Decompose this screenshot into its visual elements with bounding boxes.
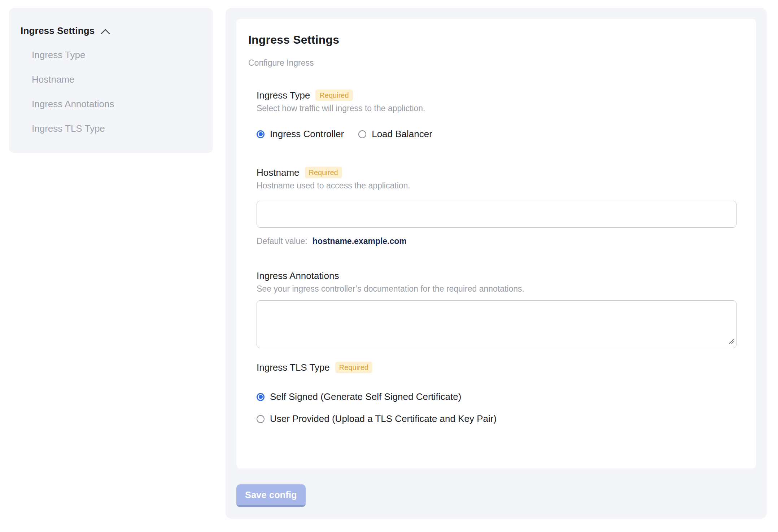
ingress-tls-type-label: Ingress TLS Type (257, 362, 330, 373)
page-subtitle: Configure Ingress (248, 58, 737, 68)
ingress-type-radio-group: Ingress Controller Load Balancer (257, 128, 737, 140)
radio-option-ingress-controller[interactable]: Ingress Controller (257, 128, 344, 140)
sidebar-item-ingress-type[interactable]: Ingress Type (32, 49, 203, 61)
radio-label: User Provided (Upload a TLS Certificate … (270, 413, 497, 424)
ingress-settings-card: Ingress Settings Configure Ingress Ingre… (236, 19, 756, 468)
settings-sidebar: Ingress Settings Ingress Type Hostname I… (9, 8, 213, 153)
radio-option-user-provided[interactable]: User Provided (Upload a TLS Certificate … (257, 413, 737, 424)
default-value-text: hostname.example.com (312, 236, 407, 246)
ingress-type-label: Ingress Type (257, 90, 310, 101)
sidebar-item-ingress-annotations[interactable]: Ingress Annotations (32, 99, 203, 110)
radio-button-icon[interactable] (257, 415, 265, 423)
chevron-up-icon[interactable] (100, 28, 110, 35)
sidebar-item-ingress-tls-type[interactable]: Ingress TLS Type (32, 123, 203, 134)
section-ingress-tls-type: Ingress TLS Type Required Self Signed (G… (257, 362, 737, 424)
page-title: Ingress Settings (248, 33, 737, 47)
section-hostname: Hostname Required Hostname used to acces… (257, 167, 737, 246)
ingress-annotations-textarea[interactable] (257, 300, 737, 348)
save-config-button[interactable]: Save config (236, 484, 306, 507)
sidebar-item-hostname[interactable]: Hostname (32, 74, 203, 85)
sidebar-item-list: Ingress Type Hostname Ingress Annotation… (32, 49, 203, 134)
ingress-type-description: Select how traffic will ingress to the a… (257, 104, 737, 113)
default-value-label: Default value: (257, 236, 307, 246)
ingress-annotations-label: Ingress Annotations (257, 270, 339, 282)
hostname-label: Hostname (257, 167, 300, 178)
required-badge: Required (335, 362, 372, 373)
ingress-annotations-description: See your ingress controller’s documentat… (257, 284, 737, 294)
radio-option-load-balancer[interactable]: Load Balancer (358, 128, 432, 140)
radio-label: Ingress Controller (270, 128, 344, 140)
hostname-default-line: Default value: hostname.example.com (257, 236, 737, 246)
required-badge: Required (315, 90, 353, 101)
sidebar-section-toggle[interactable]: Ingress Settings (21, 25, 203, 36)
form-sections: Ingress Type Required Select how traffic… (257, 90, 737, 424)
radio-button-icon[interactable] (257, 130, 265, 138)
section-ingress-type: Ingress Type Required Select how traffic… (257, 90, 737, 140)
radio-button-icon[interactable] (257, 393, 265, 401)
hostname-input[interactable] (257, 201, 737, 228)
sidebar-section-title: Ingress Settings (21, 25, 95, 36)
settings-panel: Ingress Settings Configure Ingress Ingre… (226, 8, 767, 519)
radio-label: Self Signed (Generate Self Signed Certif… (270, 391, 461, 402)
required-badge: Required (305, 167, 342, 178)
radio-option-self-signed[interactable]: Self Signed (Generate Self Signed Certif… (257, 391, 737, 402)
section-ingress-annotations: Ingress Annotations See your ingress con… (257, 270, 737, 348)
hostname-description: Hostname used to access the application. (257, 181, 737, 191)
radio-button-icon[interactable] (358, 130, 366, 138)
radio-label: Load Balancer (372, 128, 432, 140)
